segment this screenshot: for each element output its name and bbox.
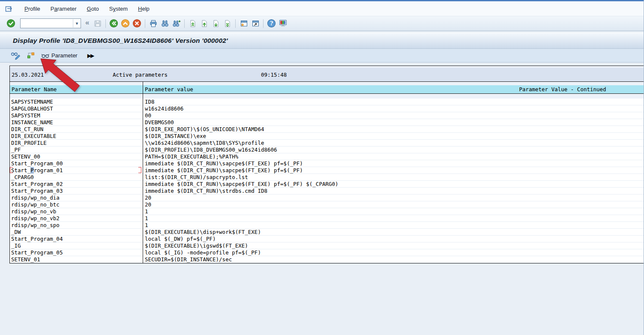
parameter-name-cell[interactable]: Start_Program_02: [10, 181, 143, 187]
parameter-name-cell[interactable]: SETENV_01: [10, 256, 143, 263]
parameter-value-cell[interactable]: $(DIR_INSTANCE)\exe: [143, 133, 644, 139]
help-button[interactable]: ?: [266, 18, 277, 29]
table-row[interactable]: INSTANCE_NAMEDVEBMGS00: [10, 119, 644, 126]
parameter-value-cell[interactable]: PATH=$(DIR_EXECUTABLE);%PATH%: [143, 153, 644, 160]
last-page-button[interactable]: [222, 18, 233, 29]
print-button[interactable]: [147, 18, 159, 29]
find-button[interactable]: [159, 18, 171, 29]
collapse-icon[interactable]: «: [84, 18, 92, 28]
menu-item-help[interactable]: Help: [133, 4, 155, 14]
menu-item-system[interactable]: System: [104, 4, 133, 14]
parameter-value-cell[interactable]: 1: [143, 222, 644, 228]
parameter-name-cell[interactable]: _PF: [10, 147, 143, 153]
parameter-value-cell[interactable]: DVEBMGS00: [143, 119, 644, 126]
parameter-name-cell[interactable]: SETENV_00: [10, 153, 143, 160]
system-menu-icon[interactable]: [5, 5, 13, 12]
parameter-name-cell[interactable]: SAPGLOBALHOST: [10, 105, 143, 112]
parameter-name-cell[interactable]: Start_Program_01: [10, 167, 143, 173]
table-row[interactable]: Start_Program_01immediate $(DIR_CT_RUN)\…: [10, 167, 644, 174]
parameter-name-cell[interactable]: _CPARG0: [10, 174, 143, 180]
create-shortcut-button[interactable]: [249, 18, 261, 29]
menu-item-profile[interactable]: Profile: [19, 4, 45, 14]
parameter-value-cell[interactable]: ID8: [143, 99, 644, 105]
parameter-value-cell[interactable]: list:$(DIR_CT_RUN)/sapcrypto.lst: [143, 174, 644, 180]
more-functions-button[interactable]: ▶▶: [87, 53, 93, 59]
table-row[interactable]: SAPSYSTEM00: [10, 112, 644, 119]
parameter-name-cell[interactable]: INSTANCE_NAME: [10, 119, 143, 126]
first-page-button[interactable]: [187, 18, 198, 29]
save-button[interactable]: [92, 18, 103, 29]
command-field[interactable]: ▼: [20, 18, 81, 28]
table-row[interactable]: _PF$(DIR_PROFILE)\ID8_DVEBMGS00_w16s24id…: [10, 147, 644, 153]
table-row[interactable]: SETENV_00PATH=$(DIR_EXECUTABLE);%PATH%: [10, 153, 644, 160]
table-row[interactable]: Start_Program_04local $(_DW) pf=$(_PF): [10, 236, 644, 242]
table-row[interactable]: _CPARG0list:$(DIR_CT_RUN)/sapcrypto.lst: [10, 174, 644, 181]
table-row[interactable]: rdisp/wp_no_btc20: [10, 201, 644, 208]
parameter-value-cell[interactable]: $(DIR_EXECUTABLE)\disp+work$(FT_EXE): [143, 229, 644, 235]
table-row[interactable]: rdisp/wp_no_dia20: [10, 194, 644, 201]
exit-button[interactable]: [120, 18, 131, 29]
back-button[interactable]: [108, 18, 120, 29]
enter-button[interactable]: [5, 18, 17, 29]
cancel-button[interactable]: [131, 18, 143, 29]
parameter-value-cell[interactable]: immediate $(DIR_CT_RUN)\sapcpe$(FT_EXE) …: [143, 167, 644, 173]
parameter-name-cell[interactable]: rdisp/wp_no_vb: [10, 208, 143, 215]
parameter-value-cell[interactable]: $(DIR_EXE_ROOT)\$(OS_UNICODE)\NTAMD64: [143, 126, 644, 132]
parameter-name-cell[interactable]: Start_Program_04: [10, 236, 143, 242]
table-row[interactable]: SAPGLOBALHOSTw16s24id8606: [10, 105, 644, 112]
new-session-button[interactable]: [238, 18, 249, 29]
table-row[interactable]: DIR_EXECUTABLE$(DIR_INSTANCE)\exe: [10, 133, 644, 140]
menu-item-parameter[interactable]: Parameter: [45, 4, 82, 14]
parameter-value-cell[interactable]: 1: [143, 208, 644, 215]
display-change-button[interactable]: [9, 51, 23, 61]
parameter-value-cell[interactable]: 20: [143, 194, 644, 201]
previous-page-button[interactable]: [198, 18, 210, 29]
parameter-name-cell[interactable]: rdisp/wp_no_vb2: [10, 215, 143, 221]
find-next-button[interactable]: [171, 18, 182, 29]
table-row[interactable]: rdisp/wp_no_vb1: [10, 208, 644, 215]
parameter-value-cell[interactable]: 00: [143, 112, 644, 119]
customize-layout-button[interactable]: [277, 18, 289, 29]
parameter-name-cell[interactable]: rdisp/wp_no_dia: [10, 194, 143, 201]
parameter-value-cell[interactable]: 1: [143, 215, 644, 221]
parameter-name-cell[interactable]: DIR_EXECUTABLE: [10, 133, 143, 139]
parameter-name-cell[interactable]: _IG: [10, 242, 143, 249]
parameter-value-cell[interactable]: local $(_IG) -mode=profile pf=$(_PF): [143, 249, 644, 256]
parameter-name-cell[interactable]: rdisp/wp_no_spo: [10, 222, 143, 228]
table-row[interactable]: Start_Program_02immediate $(DIR_CT_RUN)\…: [10, 181, 644, 188]
parameter-value-cell[interactable]: immediate $(DIR_CT_RUN)\strdbs.cmd ID8: [143, 188, 644, 194]
parameter-value-cell[interactable]: local $(_DW) pf=$(_PF): [143, 236, 644, 242]
table-row[interactable]: Start_Program_03immediate $(DIR_CT_RUN)\…: [10, 188, 644, 194]
menu-item-goto[interactable]: Goto: [82, 4, 104, 14]
parameter-value-cell[interactable]: w16s24id8606: [143, 105, 644, 112]
table-row[interactable]: DIR_CT_RUN$(DIR_EXE_ROOT)\$(OS_UNICODE)\…: [10, 126, 644, 133]
table-row[interactable]: _DW$(DIR_EXECUTABLE)\disp+work$(FT_EXE): [10, 229, 644, 236]
parameter-name-cell[interactable]: Start_Program_03: [10, 188, 143, 194]
parameter-value-cell[interactable]: immediate $(DIR_CT_RUN)\sapcpe$(FT_EXE) …: [143, 181, 644, 187]
table-row[interactable]: Start_Program_05local $(_IG) -mode=profi…: [10, 249, 644, 256]
command-dropdown-icon[interactable]: ▼: [73, 19, 81, 27]
parameter-name-cell[interactable]: DIR_CT_RUN: [10, 126, 143, 132]
parameter-value-cell[interactable]: \\w16s24id8606\sapmnt\ID8\SYS\profile: [143, 140, 644, 146]
table-row[interactable]: SAPSYSTEMNAMEID8: [10, 99, 644, 105]
parameter-name-cell[interactable]: rdisp/wp_no_btc: [10, 201, 143, 208]
parameter-name-cell[interactable]: DIR_PROFILE: [10, 140, 143, 146]
parameter-value-cell[interactable]: $(DIR_PROFILE)\ID8_DVEBMGS00_w16s24id860…: [143, 147, 644, 153]
table-row[interactable]: DIR_PROFILE\\w16s24id8606\sapmnt\ID8\SYS…: [10, 140, 644, 147]
table-row[interactable]: SETENV_01SECUDIR=$(DIR_INSTANCE)/sec: [10, 256, 644, 263]
parameter-value-cell[interactable]: immediate $(DIR_CT_RUN)\sapcpe$(FT_EXE) …: [143, 160, 644, 167]
table-row[interactable]: rdisp/wp_no_vb21: [10, 215, 644, 222]
table-row[interactable]: _IG$(DIR_EXECUTABLE)\igswd$(FT_EXE): [10, 242, 644, 249]
next-page-button[interactable]: [210, 18, 222, 29]
table-row[interactable]: Start_Program_00immediate $(DIR_CT_RUN)\…: [10, 160, 644, 167]
parameter-name-cell[interactable]: Start_Program_05: [10, 249, 143, 256]
parameter-name-cell[interactable]: Start_Program_00: [10, 160, 143, 167]
command-input[interactable]: [21, 20, 73, 27]
table-row[interactable]: rdisp/wp_no_spo1: [10, 222, 644, 229]
parameter-name-cell[interactable]: SAPSYSTEMNAME: [10, 99, 143, 105]
parameter-name-cell[interactable]: _DW: [10, 229, 143, 235]
parameter-value-cell[interactable]: $(DIR_EXECUTABLE)\igswd$(FT_EXE): [143, 242, 644, 249]
parameter-name-cell[interactable]: SAPSYSTEM: [10, 112, 143, 119]
parameter-value-cell[interactable]: SECUDIR=$(DIR_INSTANCE)/sec: [143, 256, 644, 263]
parameter-value-cell[interactable]: 20: [143, 201, 644, 208]
